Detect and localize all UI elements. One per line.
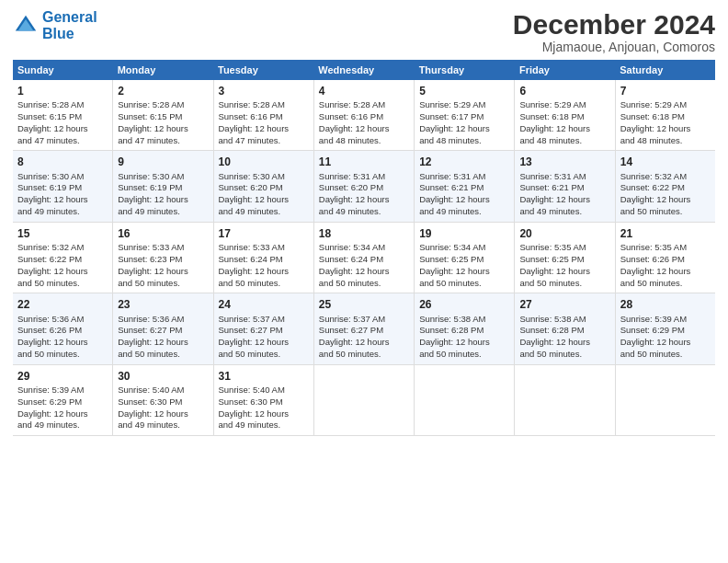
calendar-cell: 23Sunrise: 5:36 AM Sunset: 6:27 PM Dayli… bbox=[113, 293, 213, 364]
cell-info: Sunrise: 5:29 AM Sunset: 6:18 PM Dayligh… bbox=[620, 99, 691, 144]
calendar-cell: 27Sunrise: 5:38 AM Sunset: 6:28 PM Dayli… bbox=[515, 293, 615, 364]
logo-text: General Blue bbox=[42, 9, 97, 41]
day-number: 10 bbox=[219, 155, 309, 169]
day-number: 17 bbox=[219, 226, 309, 241]
col-header-sunday: Sunday bbox=[13, 60, 113, 80]
day-number: 25 bbox=[319, 297, 409, 312]
calendar-cell: 29Sunrise: 5:39 AM Sunset: 6:29 PM Dayli… bbox=[13, 364, 113, 435]
day-number: 15 bbox=[17, 226, 108, 241]
week-row-5: 29Sunrise: 5:39 AM Sunset: 6:29 PM Dayli… bbox=[13, 364, 715, 435]
cell-info: Sunrise: 5:30 AM Sunset: 6:19 PM Dayligh… bbox=[17, 171, 88, 216]
calendar-cell: 3Sunrise: 5:28 AM Sunset: 6:16 PM Daylig… bbox=[213, 80, 313, 151]
calendar-cell: 4Sunrise: 5:28 AM Sunset: 6:16 PM Daylig… bbox=[313, 80, 414, 151]
day-number: 20 bbox=[519, 226, 609, 241]
cell-info: Sunrise: 5:28 AM Sunset: 6:15 PM Dayligh… bbox=[118, 99, 188, 144]
calendar-cell: 21Sunrise: 5:35 AM Sunset: 6:26 PM Dayli… bbox=[615, 222, 715, 293]
page-container: General Blue December 2024 Mjamaoue, Anj… bbox=[0, 0, 728, 443]
day-number: 30 bbox=[118, 369, 208, 384]
calendar-cell: 20Sunrise: 5:35 AM Sunset: 6:25 PM Dayli… bbox=[515, 222, 615, 293]
day-number: 14 bbox=[620, 155, 711, 169]
calendar-cell: 25Sunrise: 5:37 AM Sunset: 6:27 PM Dayli… bbox=[313, 293, 414, 364]
calendar-cell: 22Sunrise: 5:36 AM Sunset: 6:26 PM Dayli… bbox=[13, 293, 113, 364]
day-number: 27 bbox=[519, 297, 609, 312]
col-header-saturday: Saturday bbox=[615, 60, 715, 80]
calendar-cell: 9Sunrise: 5:30 AM Sunset: 6:19 PM Daylig… bbox=[113, 151, 213, 222]
calendar-cell: 30Sunrise: 5:40 AM Sunset: 6:30 PM Dayli… bbox=[113, 364, 213, 435]
header: General Blue December 2024 Mjamaoue, Anj… bbox=[13, 9, 715, 54]
cell-info: Sunrise: 5:38 AM Sunset: 6:28 PM Dayligh… bbox=[519, 314, 590, 359]
day-number: 16 bbox=[118, 226, 208, 241]
day-number: 29 bbox=[17, 369, 108, 384]
cell-info: Sunrise: 5:32 AM Sunset: 6:22 PM Dayligh… bbox=[17, 242, 88, 287]
col-header-monday: Monday bbox=[113, 60, 213, 80]
day-number: 2 bbox=[118, 84, 208, 98]
col-header-wednesday: Wednesday bbox=[313, 60, 414, 80]
calendar-cell: 31Sunrise: 5:40 AM Sunset: 6:30 PM Dayli… bbox=[213, 364, 313, 435]
cell-info: Sunrise: 5:39 AM Sunset: 6:29 PM Dayligh… bbox=[17, 385, 88, 430]
calendar-cell: 15Sunrise: 5:32 AM Sunset: 6:22 PM Dayli… bbox=[13, 222, 113, 293]
cell-info: Sunrise: 5:35 AM Sunset: 6:26 PM Dayligh… bbox=[620, 242, 691, 287]
cell-info: Sunrise: 5:28 AM Sunset: 6:16 PM Dayligh… bbox=[219, 99, 290, 144]
col-header-tuesday: Tuesday bbox=[213, 60, 313, 80]
calendar-table: SundayMondayTuesdayWednesdayThursdayFrid… bbox=[13, 60, 715, 436]
calendar-cell: 12Sunrise: 5:31 AM Sunset: 6:21 PM Dayli… bbox=[415, 151, 515, 222]
cell-info: Sunrise: 5:36 AM Sunset: 6:27 PM Dayligh… bbox=[118, 314, 188, 359]
calendar-cell: 24Sunrise: 5:37 AM Sunset: 6:27 PM Dayli… bbox=[213, 293, 313, 364]
cell-info: Sunrise: 5:33 AM Sunset: 6:23 PM Dayligh… bbox=[118, 242, 188, 287]
day-number: 13 bbox=[519, 155, 609, 169]
cell-info: Sunrise: 5:40 AM Sunset: 6:30 PM Dayligh… bbox=[118, 385, 188, 430]
cell-info: Sunrise: 5:33 AM Sunset: 6:24 PM Dayligh… bbox=[219, 242, 290, 287]
calendar-cell: 17Sunrise: 5:33 AM Sunset: 6:24 PM Dayli… bbox=[213, 222, 313, 293]
cell-info: Sunrise: 5:31 AM Sunset: 6:21 PM Dayligh… bbox=[519, 171, 590, 216]
week-row-2: 8Sunrise: 5:30 AM Sunset: 6:19 PM Daylig… bbox=[13, 151, 715, 222]
cell-info: Sunrise: 5:36 AM Sunset: 6:26 PM Dayligh… bbox=[17, 314, 88, 359]
day-number: 8 bbox=[17, 155, 108, 169]
calendar-cell: 28Sunrise: 5:39 AM Sunset: 6:29 PM Dayli… bbox=[615, 293, 715, 364]
cell-info: Sunrise: 5:29 AM Sunset: 6:18 PM Dayligh… bbox=[519, 99, 590, 144]
day-number: 24 bbox=[219, 297, 309, 312]
day-number: 22 bbox=[17, 297, 108, 312]
calendar-cell: 16Sunrise: 5:33 AM Sunset: 6:23 PM Dayli… bbox=[113, 222, 213, 293]
day-number: 3 bbox=[219, 84, 309, 98]
day-number: 23 bbox=[118, 297, 208, 312]
day-number: 28 bbox=[620, 297, 711, 312]
logo: General Blue bbox=[13, 9, 97, 41]
header-row: SundayMondayTuesdayWednesdayThursdayFrid… bbox=[13, 60, 715, 80]
week-row-1: 1Sunrise: 5:28 AM Sunset: 6:15 PM Daylig… bbox=[13, 80, 715, 151]
day-number: 4 bbox=[319, 84, 409, 98]
calendar-cell: 14Sunrise: 5:32 AM Sunset: 6:22 PM Dayli… bbox=[615, 151, 715, 222]
day-number: 12 bbox=[419, 155, 509, 169]
title-block: December 2024 Mjamaoue, Anjouan, Comoros bbox=[513, 9, 715, 54]
cell-info: Sunrise: 5:39 AM Sunset: 6:29 PM Dayligh… bbox=[620, 314, 691, 359]
day-number: 18 bbox=[319, 226, 409, 241]
day-number: 7 bbox=[620, 84, 711, 98]
cell-info: Sunrise: 5:28 AM Sunset: 6:16 PM Dayligh… bbox=[319, 99, 390, 144]
day-number: 31 bbox=[219, 369, 309, 384]
cell-info: Sunrise: 5:29 AM Sunset: 6:17 PM Dayligh… bbox=[419, 99, 490, 144]
cell-info: Sunrise: 5:31 AM Sunset: 6:21 PM Dayligh… bbox=[419, 171, 490, 216]
calendar-cell: 10Sunrise: 5:30 AM Sunset: 6:20 PM Dayli… bbox=[213, 151, 313, 222]
week-row-4: 22Sunrise: 5:36 AM Sunset: 6:26 PM Dayli… bbox=[13, 293, 715, 364]
calendar-cell bbox=[313, 364, 414, 435]
day-number: 26 bbox=[419, 297, 509, 312]
calendar-cell bbox=[615, 364, 715, 435]
day-number: 1 bbox=[17, 84, 108, 98]
calendar-cell: 18Sunrise: 5:34 AM Sunset: 6:24 PM Dayli… bbox=[313, 222, 414, 293]
logo-line1: General bbox=[42, 9, 97, 25]
calendar-cell: 11Sunrise: 5:31 AM Sunset: 6:20 PM Dayli… bbox=[313, 151, 414, 222]
calendar-cell: 13Sunrise: 5:31 AM Sunset: 6:21 PM Dayli… bbox=[515, 151, 615, 222]
cell-info: Sunrise: 5:34 AM Sunset: 6:24 PM Dayligh… bbox=[319, 242, 390, 287]
cell-info: Sunrise: 5:30 AM Sunset: 6:19 PM Dayligh… bbox=[118, 171, 188, 216]
calendar-cell: 8Sunrise: 5:30 AM Sunset: 6:19 PM Daylig… bbox=[13, 151, 113, 222]
cell-info: Sunrise: 5:40 AM Sunset: 6:30 PM Dayligh… bbox=[219, 385, 290, 430]
cell-info: Sunrise: 5:35 AM Sunset: 6:25 PM Dayligh… bbox=[519, 242, 590, 287]
calendar-cell bbox=[515, 364, 615, 435]
day-number: 21 bbox=[620, 226, 711, 241]
day-number: 9 bbox=[118, 155, 208, 169]
subtitle: Mjamaoue, Anjouan, Comoros bbox=[513, 40, 715, 54]
cell-info: Sunrise: 5:30 AM Sunset: 6:20 PM Dayligh… bbox=[219, 171, 290, 216]
day-number: 6 bbox=[519, 84, 609, 98]
main-title: December 2024 bbox=[513, 9, 715, 40]
calendar-cell: 1Sunrise: 5:28 AM Sunset: 6:15 PM Daylig… bbox=[13, 80, 113, 151]
calendar-cell: 7Sunrise: 5:29 AM Sunset: 6:18 PM Daylig… bbox=[615, 80, 715, 151]
